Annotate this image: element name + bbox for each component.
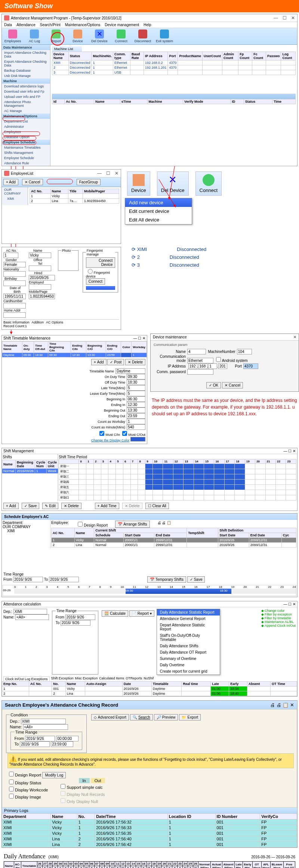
menu-general[interactable]: Attendance General Report xyxy=(157,616,220,622)
to-date[interactable] xyxy=(61,620,90,626)
nat-input[interactable] xyxy=(3,271,26,277)
zoom-deldevice-button[interactable]: ✕Del Device xyxy=(157,171,189,196)
save-button[interactable]: ✓ Save xyxy=(187,576,205,583)
menu-daily-ot2[interactable]: Daily Overtime xyxy=(157,662,220,668)
dev-name-input[interactable] xyxy=(187,349,206,354)
addtime-button[interactable]: + Add Time xyxy=(95,503,119,509)
preview-button[interactable]: 🔎 Preview xyxy=(154,714,178,720)
delete-button[interactable]: ✕ Delete xyxy=(125,359,145,365)
tab-calc-items[interactable]: Calculated Items xyxy=(99,676,124,681)
color-swatch[interactable] xyxy=(130,437,145,441)
from-date[interactable] xyxy=(13,577,43,582)
table-row[interactable]: 2LinaNormal2000/1/12999/12/312016/9/2620… xyxy=(52,543,296,548)
cancel-button[interactable]: ✕ Cancel xyxy=(222,382,243,388)
menu-attendance[interactable]: Attendance xyxy=(16,23,36,27)
tree-company[interactable]: OUR COMPANY xyxy=(2,187,28,196)
tab-ot-reports[interactable]: OTReports xyxy=(126,676,142,681)
list-item[interactable]: ⟳ 2Disconnected xyxy=(132,253,206,261)
tab-clockinout[interactable]: Clock In/Out Log Exceptions xyxy=(3,676,50,681)
disp-status-check[interactable] xyxy=(9,779,14,784)
tree-company[interactable]: OUR COMPANY xyxy=(3,525,49,529)
ip3[interactable] xyxy=(208,363,217,369)
link-change-color[interactable]: ◆ Change color xyxy=(261,609,296,613)
gender-input[interactable] xyxy=(3,262,26,267)
dob-input[interactable] xyxy=(3,294,26,299)
table-row[interactable]: Normal2016/09/261Week xyxy=(2,469,58,474)
from-time[interactable] xyxy=(56,736,78,741)
link-maint-albl[interactable]: ◆ Maintenance AL/BL xyxy=(261,620,296,624)
table-row[interactable]: XIMIDisconnected1Ethernet192.168.0.24370 xyxy=(52,61,296,65)
tel-input[interactable] xyxy=(29,266,51,271)
table-row[interactable]: 22Lina2016/9/26Daytime01:0018:40 xyxy=(2,691,297,696)
table-row[interactable]: 2Disconnected1Ethernet192.168.1.2014370 xyxy=(52,65,296,70)
tab-basic[interactable]: Basic Information xyxy=(3,320,30,324)
table-row[interactable]: XIMIVicky12016/9/26 17:56:321001FP xyxy=(2,819,297,825)
from-date[interactable] xyxy=(65,614,95,620)
connect-device-button[interactable]: Connect Device xyxy=(86,257,115,268)
android-check[interactable] xyxy=(216,357,221,362)
menu-daily-shifts[interactable]: Daily Attendance Shifts xyxy=(157,643,220,649)
report-button[interactable]: 📄 Report ▾ xyxy=(129,610,154,617)
splitter[interactable] xyxy=(52,94,296,99)
menu-maintenance[interactable]: Maintenance/Options xyxy=(65,23,101,27)
to-date[interactable] xyxy=(20,741,50,747)
change-color-link[interactable]: Change the Display Color xyxy=(91,438,130,442)
to-date[interactable] xyxy=(49,577,79,582)
link-append[interactable]: ◆ Append Clock In/Out xyxy=(261,624,296,627)
tab-shift-exc[interactable]: Shift Exception xyxy=(51,676,74,681)
from-date[interactable] xyxy=(25,736,55,741)
table-row[interactable]: 2Lina7a…1.8023594450 xyxy=(30,199,119,204)
edit-button[interactable]: ✎ Edit xyxy=(42,503,58,509)
export-button[interactable]: 📁 Export xyxy=(179,714,201,720)
menu-edit-all[interactable]: Edit All device xyxy=(125,216,192,224)
tree-ximi[interactable]: XIMI xyxy=(3,529,49,533)
close-icon[interactable]: ✕ xyxy=(293,335,296,339)
sidebar-item-maint-tt[interactable]: Maintenance Timetables xyxy=(2,145,50,150)
menu-search[interactable]: Search/Print xyxy=(40,23,61,27)
addr-input[interactable] xyxy=(3,312,26,318)
add-button[interactable]: + Add xyxy=(3,179,18,185)
disconnect-button[interactable]: Disconnect xyxy=(133,30,152,43)
add-button[interactable]: + Add xyxy=(91,359,107,365)
table-row[interactable]: 3Disconnected1USB xyxy=(52,70,296,75)
link-filter-exc[interactable]: ◆ Filter by exception xyxy=(261,613,296,616)
fp-radio[interactable] xyxy=(88,269,93,274)
cancel-button[interactable]: ✕ Cancel xyxy=(22,179,43,185)
acno-input[interactable] xyxy=(3,252,18,258)
name-select[interactable] xyxy=(23,724,68,730)
menu-device[interactable]: Device management xyxy=(105,23,139,27)
port-input[interactable] xyxy=(243,363,258,369)
face-group-button[interactable]: FaceGroup xyxy=(77,179,101,185)
connect-button[interactable]: Connect xyxy=(112,30,130,43)
menu-add-device[interactable]: Add new device xyxy=(125,198,192,207)
table-row[interactable]: Daytime09:3018:3009:3012:3013:3023:591 xyxy=(2,353,147,357)
add-button[interactable]: + Add xyxy=(3,503,19,509)
tt-name-input[interactable] xyxy=(115,368,145,374)
sidebar-item-attrule[interactable]: Attendance Rule xyxy=(2,161,50,166)
pwd-input[interactable] xyxy=(187,369,213,375)
sidebar-item-acmanage[interactable]: AC Manage xyxy=(2,108,50,114)
delete-button[interactable]: ✕ Delete xyxy=(61,503,81,509)
table-row[interactable]: XIMIVicky12016/9/26 17:56:331001FP xyxy=(2,825,297,831)
name-select[interactable] xyxy=(15,614,49,620)
ip2[interactable] xyxy=(198,363,207,369)
menu-data[interactable]: Data xyxy=(4,23,12,27)
save-button[interactable]: ✓ Save xyxy=(22,503,40,509)
menu-onduty[interactable]: Staff's On-Duty/Off-Duty Timetable xyxy=(157,632,220,643)
dep-select[interactable] xyxy=(21,719,66,724)
tree-ximi[interactable]: XIMI xyxy=(2,196,28,201)
sidebar-item-import[interactable]: Import Attendance Checking Data xyxy=(2,50,50,59)
sidebar-item-usb[interactable]: Usb Disk Manage xyxy=(2,73,50,78)
disp-workcode-check[interactable] xyxy=(9,787,14,791)
mobile-input[interactable] xyxy=(29,294,55,299)
arrange-button[interactable]: 📅 Arrange Shifts xyxy=(115,521,150,528)
zoom-connect-button[interactable]: Connect xyxy=(195,171,222,196)
sidebar-item-upload-user[interactable]: Upload user info and FP xyxy=(2,94,50,99)
design-check[interactable] xyxy=(9,772,14,776)
ip1[interactable] xyxy=(188,363,197,369)
clearall-button[interactable]: ☐ Clear All xyxy=(145,503,169,509)
table-row[interactable]: 1VickyNormal2000/1/12999/12/312016/9/262… xyxy=(52,538,296,543)
sidebar-item-download-user[interactable]: Download user info and Fp xyxy=(2,89,50,94)
sidebar-item-empsched[interactable]: Employee Schedule xyxy=(2,155,50,161)
maximize-icon[interactable]: ☐ xyxy=(283,15,287,21)
